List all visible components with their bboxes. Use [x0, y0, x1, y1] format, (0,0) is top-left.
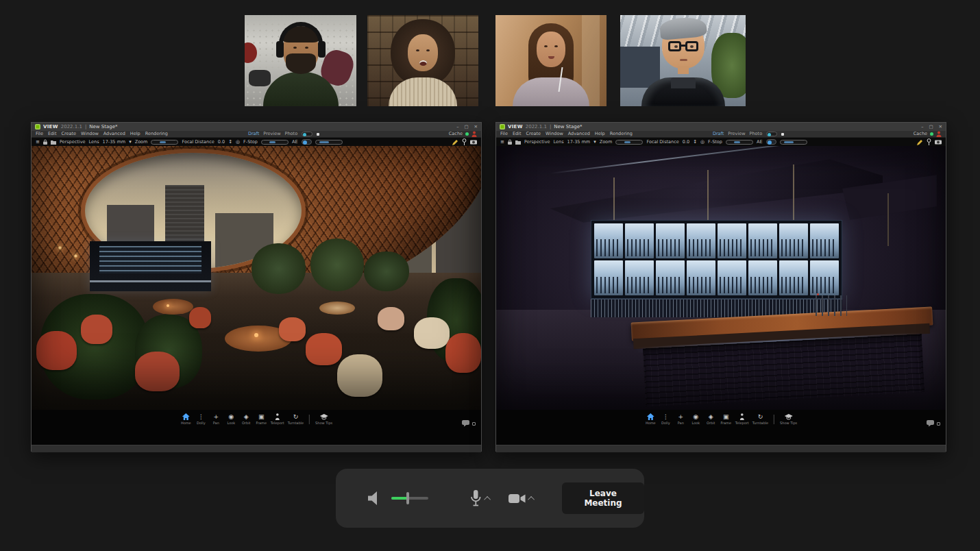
viewport-menu-icon[interactable]: ≡	[500, 138, 504, 147]
pencil-icon[interactable]	[452, 139, 458, 145]
volume-handle[interactable]	[406, 492, 409, 504]
title-bar[interactable]: VIEW 2022.1.1 | New Stage* – ▢ ✕	[496, 123, 946, 131]
zoom-slider[interactable]	[151, 140, 178, 145]
folder-icon[interactable]	[51, 140, 56, 145]
render-mode-toggle[interactable]	[302, 132, 313, 136]
menu-file[interactable]: File	[36, 131, 43, 137]
menu-advanced[interactable]: Advanced	[568, 131, 590, 137]
participant-video-4[interactable]	[620, 15, 746, 106]
folder-icon[interactable]	[515, 140, 521, 145]
menu-help[interactable]: Help	[595, 131, 605, 137]
focal-target-icon[interactable]: ◎	[700, 138, 705, 147]
waypoint-pin-icon[interactable]	[927, 138, 931, 145]
nav-frame[interactable]: ▣ Frame	[256, 413, 267, 425]
tab-photo[interactable]: Photo	[285, 131, 298, 137]
lens-value[interactable]: 17-35 mm	[103, 139, 126, 145]
menu-create[interactable]: Create	[526, 131, 541, 137]
nav-dolly[interactable]: ⋮ Dolly	[660, 413, 672, 425]
microphone-icon[interactable]	[469, 489, 482, 507]
menu-create[interactable]: Create	[61, 131, 76, 137]
focal-spinner-icon[interactable]: ↕	[228, 138, 232, 147]
video-camera-icon[interactable]	[509, 493, 526, 504]
app-title: VIEW	[43, 123, 58, 131]
tab-draft[interactable]: Draft	[713, 131, 724, 137]
mic-options-chevron[interactable]	[484, 495, 491, 502]
menu-advanced[interactable]: Advanced	[103, 131, 125, 137]
chat-bubble-icon[interactable]	[462, 420, 470, 427]
menu-window[interactable]: Window	[81, 131, 99, 137]
participant-video-2[interactable]	[367, 15, 478, 106]
lens-value[interactable]: 17-35 mm	[567, 139, 591, 145]
viewport-menu-icon[interactable]: ≡	[36, 138, 40, 147]
tab-photo[interactable]: Photo	[750, 131, 763, 137]
maximize-button[interactable]: ▢	[464, 123, 468, 131]
menu-edit[interactable]: Edit	[513, 131, 522, 137]
camera-mode-label[interactable]: Perspective	[524, 139, 550, 145]
lock-icon[interactable]	[43, 139, 47, 145]
lock-icon[interactable]	[508, 139, 512, 145]
camera-icon[interactable]	[470, 139, 477, 145]
tab-draft[interactable]: Draft	[248, 131, 259, 137]
waypoint-pin-icon[interactable]	[462, 138, 467, 145]
nav-home[interactable]: Home	[180, 413, 192, 425]
nav-show-tips[interactable]: Show Tips	[780, 413, 797, 425]
menu-help[interactable]: Help	[130, 131, 140, 137]
volume-slider[interactable]	[391, 492, 428, 504]
chat-bubble-icon[interactable]	[927, 420, 935, 427]
lens-dropdown-icon[interactable]: ▾	[593, 138, 596, 147]
layout-toggle-icon[interactable]	[937, 422, 940, 426]
nav-turntable[interactable]: ↻ Turntable	[288, 413, 304, 425]
nav-home[interactable]: Home	[645, 413, 657, 425]
nav-look[interactable]: ◉ Look	[225, 413, 237, 425]
nav-look[interactable]: ◉ Look	[690, 413, 702, 425]
leave-meeting-button[interactable]: Leave Meeting	[562, 482, 644, 514]
menu-rendering[interactable]: Rendering	[145, 131, 168, 137]
nav-orbit[interactable]: ◈ Orbit	[705, 413, 717, 425]
title-bar[interactable]: VIEW 2022.1.1 | New Stage* – ▢ ✕	[32, 123, 481, 131]
focal-distance-value[interactable]: 0.0	[683, 139, 689, 145]
focal-spinner-icon[interactable]: ↕	[693, 138, 697, 147]
camera-icon[interactable]	[935, 139, 942, 145]
nav-show-tips[interactable]: Show Tips	[315, 413, 332, 425]
auto-exposure-toggle[interactable]	[302, 139, 312, 145]
focal-distance-value[interactable]: 0.0	[218, 139, 225, 145]
speaker-icon[interactable]	[367, 491, 385, 506]
menu-window[interactable]: Window	[546, 131, 563, 137]
exposure-slider[interactable]	[780, 140, 807, 145]
menu-file[interactable]: File	[500, 131, 508, 137]
fstop-slider[interactable]	[726, 140, 753, 145]
lens-dropdown-icon[interactable]: ▾	[129, 138, 132, 147]
fstop-slider[interactable]	[261, 140, 289, 145]
minimize-button[interactable]: –	[921, 123, 923, 131]
minimize-button[interactable]: –	[456, 123, 458, 131]
nav-pan[interactable]: + Pan	[675, 413, 687, 425]
nav-orbit[interactable]: ◈ Orbit	[241, 413, 252, 425]
menu-edit[interactable]: Edit	[48, 131, 57, 137]
tab-preview[interactable]: Preview	[728, 131, 745, 137]
viewport-render-bar[interactable]	[496, 146, 946, 410]
nav-teleport[interactable]: Teleport	[735, 413, 749, 425]
omniverse-view-window-2: VIEW 2022.1.1 | New Stage* – ▢ ✕ File Ed…	[495, 122, 946, 452]
close-button[interactable]: ✕	[939, 123, 942, 131]
nav-frame[interactable]: ▣ Frame	[720, 413, 732, 425]
nav-pan[interactable]: + Pan	[210, 413, 222, 425]
viewport-render-restaurant[interactable]	[32, 146, 481, 410]
zoom-slider[interactable]	[615, 140, 643, 145]
menu-rendering[interactable]: Rendering	[610, 131, 633, 137]
pencil-icon[interactable]	[917, 139, 923, 145]
participant-video-3[interactable]	[495, 15, 607, 106]
layout-toggle-icon[interactable]	[472, 422, 476, 426]
auto-exposure-toggle[interactable]	[766, 139, 776, 145]
camera-options-chevron[interactable]	[528, 495, 535, 502]
participant-video-1[interactable]	[245, 15, 356, 106]
camera-mode-label[interactable]: Perspective	[60, 139, 86, 145]
render-mode-toggle[interactable]	[766, 132, 777, 136]
nav-dolly[interactable]: ⋮ Dolly	[195, 413, 207, 425]
nav-teleport[interactable]: Teleport	[271, 413, 284, 425]
exposure-slider[interactable]	[315, 140, 343, 145]
focal-target-icon[interactable]: ◎	[236, 138, 240, 147]
tab-preview[interactable]: Preview	[263, 131, 280, 137]
close-button[interactable]: ✕	[474, 123, 478, 131]
maximize-button[interactable]: ▢	[929, 123, 933, 131]
nav-turntable[interactable]: ↻ Turntable	[752, 413, 768, 425]
